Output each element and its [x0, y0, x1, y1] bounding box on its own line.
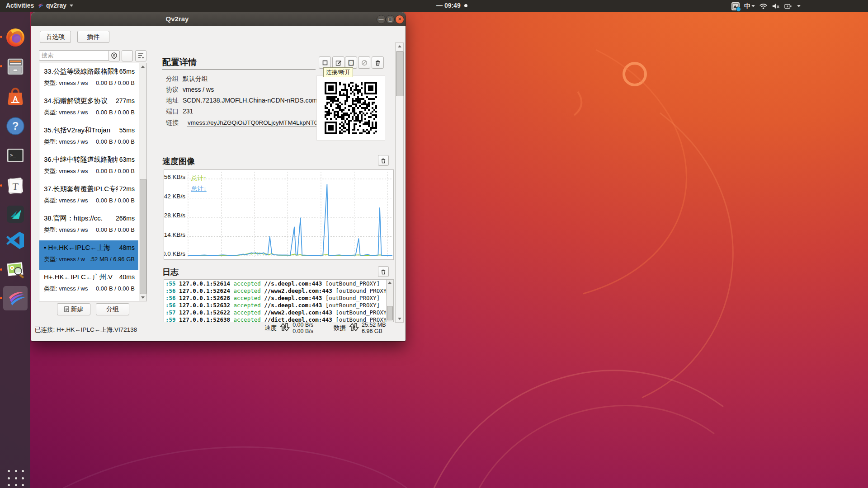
screenshot-indicator-icon[interactable]	[731, 2, 740, 10]
delete-config-button[interactable]	[372, 56, 384, 69]
svg-text:?: ?	[12, 120, 19, 132]
server-item[interactable]: 33.公益等级線路嚴格限制65ms类型: vmess / ws0.00 B / …	[39, 64, 138, 94]
disabled-action-button	[358, 56, 370, 69]
input-method-indicator[interactable]: 中	[744, 2, 755, 10]
log-line: :57 127.0.0.1:52622 accepted //www2.deep…	[164, 309, 386, 316]
software-bag-icon: A	[5, 86, 26, 108]
chevron-down-icon[interactable]	[797, 5, 801, 7]
wifi-icon[interactable]	[760, 3, 767, 9]
server-item[interactable]: 37.长期套餐覆盖IPLC专线72ms类型: vmess / ws0.00 B …	[39, 182, 138, 211]
title-bar[interactable]: Qv2ray — ▢ ✕	[31, 12, 406, 26]
clear-graph-button[interactable]	[378, 155, 389, 166]
server-item[interactable]: H+.SG←IPLC←上海	[39, 299, 138, 301]
minimize-button[interactable]: —	[377, 15, 386, 24]
dock-item-dev-tool[interactable]	[3, 202, 28, 226]
dock-item-help[interactable]: ?	[3, 114, 28, 138]
connect-disconnect-button[interactable]	[319, 56, 331, 69]
search-input[interactable]	[39, 50, 110, 61]
qr-code-box	[317, 76, 385, 140]
new-server-button[interactable]: 新建	[57, 303, 90, 315]
svg-text:>_: >_	[10, 152, 16, 158]
window-title: Qv2ray	[148, 12, 207, 26]
notification-dot-icon	[464, 4, 467, 7]
qv2ray-window: Qv2ray — ▢ ✕ 首选项 插件 33.公益等级線路嚴格限制65ms类型:…	[31, 12, 406, 341]
preferences-button[interactable]: 首选项	[40, 31, 71, 43]
server-item[interactable]: 35.包括V2ray和Trojan55ms类型: vmess / ws0.00 …	[39, 123, 138, 152]
sort-button[interactable]	[135, 50, 146, 61]
edit-json-button[interactable]: {:}	[345, 56, 357, 69]
legend-total-down[interactable]: 总计↓	[191, 185, 207, 193]
svg-text:T: T	[12, 181, 19, 192]
data-status-label: 数据	[334, 324, 346, 332]
scroll-down-icon[interactable]	[141, 296, 145, 299]
details-title: 配置详情	[162, 56, 197, 68]
main-scrollbar[interactable]	[395, 42, 404, 323]
document-icon	[64, 306, 69, 312]
log-scrollbar[interactable]	[386, 280, 393, 322]
dock-item-terminal[interactable]: >_	[3, 143, 28, 168]
scroll-up-icon[interactable]	[388, 282, 392, 284]
server-item[interactable]: • H+.HK←IPLC←上海48ms类型: vmess / w.52 MB /…	[39, 240, 138, 270]
latency-test-button[interactable]	[108, 50, 120, 61]
scrollbar-thumb[interactable]	[396, 51, 404, 96]
link-label: 链接	[166, 119, 179, 127]
svg-text:{:}: {:}	[348, 61, 354, 65]
group-button[interactable]: 分组	[96, 303, 129, 315]
edit-pencil-icon	[335, 60, 342, 66]
separator	[162, 69, 316, 70]
dock-item-ubuntu-software[interactable]: A	[3, 85, 28, 109]
activities-button[interactable]: Activities	[6, 2, 34, 9]
system-tray: 中	[731, 0, 801, 12]
dock-item-files[interactable]	[3, 54, 28, 79]
svg-text:14 KB/s: 14 KB/s	[164, 231, 185, 238]
teal-arrows-icon	[5, 203, 26, 225]
file-cabinet-icon	[5, 56, 26, 77]
running-indicator	[0, 184, 2, 187]
text-editor-icon: T	[5, 175, 26, 197]
log-line: :56 127.0.0.1:52632 accepted //s.deepl.c…	[164, 302, 386, 309]
svg-text:A: A	[13, 95, 18, 103]
svg-text:0.0 KB/s: 0.0 KB/s	[164, 250, 185, 257]
speed-chart-canvas: 56 KB/s42 KB/s28 KB/s14 KB/s0.0 KB/s	[164, 170, 393, 259]
dock-item-text-editor[interactable]: T	[3, 174, 28, 198]
scroll-down-icon[interactable]	[398, 318, 401, 320]
running-indicator	[0, 65, 2, 67]
stop-square-icon	[322, 60, 328, 66]
log-section-title: 日志	[162, 267, 179, 277]
maximize-button[interactable]: ▢	[386, 15, 395, 24]
server-list-scrollbar[interactable]	[139, 63, 146, 301]
server-item[interactable]: 38.官网：https://cc.266ms类型: vmess / ws0.00…	[39, 211, 138, 240]
app-menu-button[interactable]: qv2ray	[37, 2, 73, 9]
scroll-up-icon[interactable]	[141, 66, 145, 68]
edit-config-button[interactable]	[332, 56, 344, 69]
log-panel[interactable]: :55 127.0.0.1:52614 accepted //s.deepl.c…	[164, 279, 394, 322]
log-line: :56 127.0.0.1:52624 accepted //www2.deep…	[164, 287, 386, 295]
connection-status: 已连接: H+.HK←IPLC←上海.VI72138	[35, 326, 137, 334]
blank-tool-button[interactable]	[122, 50, 133, 61]
legend-total-up[interactable]: 总计↑	[191, 174, 207, 183]
trash-icon	[381, 158, 386, 164]
scroll-up-icon[interactable]	[398, 45, 401, 47]
server-item[interactable]: 34.捐赠解锁更多协议277ms类型: vmess / ws0.00 B / 0…	[39, 94, 138, 123]
server-item[interactable]: H+.HK←IPLC←广州.V40ms类型: vmess / ws0.00 B …	[39, 270, 138, 299]
clock-button[interactable]: — 09:49	[436, 2, 467, 9]
volume-muted-icon[interactable]	[772, 3, 780, 9]
dock-item-vscode[interactable]	[3, 228, 28, 253]
vscode-icon	[5, 230, 26, 251]
server-item[interactable]: 36.中继中转隧道线路翻墙63ms类型: vmess / ws0.00 B / …	[39, 152, 138, 182]
scrollbar-thumb[interactable]	[387, 306, 393, 320]
dock-item-qv2ray[interactable]	[3, 286, 28, 310]
dock-item-image-viewer[interactable]	[3, 258, 28, 282]
dock-item-firefox[interactable]	[3, 25, 28, 49]
scrollbar-thumb[interactable]	[140, 179, 146, 294]
qv2ray-icon	[5, 287, 26, 309]
show-applications-button[interactable]	[6, 469, 27, 488]
clear-log-button[interactable]	[378, 266, 389, 277]
speed-values: 0.00 B/s 0.00 B/s	[287, 322, 313, 334]
battery-icon[interactable]	[784, 3, 792, 9]
plugins-button[interactable]: 插件	[77, 31, 109, 43]
detail-field: 地址SCDN.72138.JMOFLH.China-nCDN-nRDS.com	[166, 97, 317, 105]
share-link-input[interactable]	[187, 119, 325, 127]
detail-field: 协议vmess / ws	[166, 86, 214, 94]
close-button[interactable]: ✕	[395, 15, 404, 24]
